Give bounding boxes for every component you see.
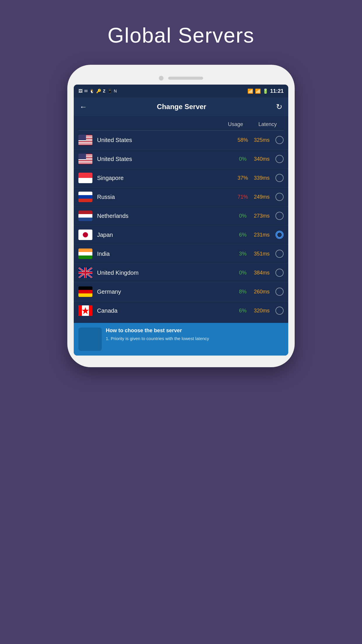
server-radio[interactable] xyxy=(275,250,284,258)
server-usage: 3% xyxy=(234,251,252,257)
server-radio[interactable] xyxy=(275,307,284,315)
info-icon xyxy=(78,328,102,351)
server-radio[interactable] xyxy=(275,136,284,144)
server-row[interactable]: Netherlands 0% 273ms xyxy=(74,206,288,225)
flag-nl xyxy=(78,211,92,221)
server-list-container: Usage Latency United States 58% 325ms Un… xyxy=(74,116,288,323)
status-icon-5: Z xyxy=(103,89,106,93)
flag-gb xyxy=(78,267,92,278)
server-row[interactable]: United States 58% 325ms xyxy=(74,131,288,150)
info-description: 1. Priority is given to countries with t… xyxy=(106,335,284,342)
server-name: Japan xyxy=(97,232,234,238)
status-icon-1: 🖼 xyxy=(78,89,82,93)
phone-speaker xyxy=(168,77,203,80)
latency-column-header: Latency xyxy=(257,121,278,127)
server-usage: 0% xyxy=(234,156,252,162)
battery-icon: 🔋 xyxy=(263,88,268,94)
server-radio[interactable] xyxy=(275,288,284,296)
server-latency: 260ms xyxy=(252,289,272,295)
status-icon-4: 🔑 xyxy=(96,89,101,93)
server-list-header: Usage Latency xyxy=(78,119,284,131)
server-usage: 8% xyxy=(234,289,252,295)
server-usage: 71% xyxy=(234,194,252,200)
server-row[interactable]: United States 0% 340ms xyxy=(74,150,288,169)
server-radio-selected[interactable] xyxy=(275,231,284,239)
server-latency: 249ms xyxy=(252,194,272,200)
flag-ru xyxy=(78,192,92,202)
svg-rect-10 xyxy=(78,305,82,316)
server-name: India xyxy=(97,251,234,257)
server-row[interactable]: Germany 8% 260ms xyxy=(74,282,288,301)
info-text: How to choose the best server 1. Priorit… xyxy=(106,328,284,342)
server-latency: 340ms xyxy=(252,156,272,162)
status-icon-3: 🐧 xyxy=(89,89,94,93)
server-radio[interactable] xyxy=(275,193,284,201)
flag-de xyxy=(78,286,92,297)
server-row[interactable]: Canada 6% 320ms xyxy=(74,301,288,320)
back-button[interactable]: ← xyxy=(80,102,87,111)
server-usage: 6% xyxy=(234,308,252,314)
refresh-button[interactable]: ↻ xyxy=(276,102,282,111)
usage-column-header: Usage xyxy=(225,121,246,127)
server-usage: 6% xyxy=(234,232,252,238)
signal-icon: 📶 xyxy=(255,88,261,94)
phone-screen: 🖼 ✉ 🐧 🔑 Z 📱 N 📶 📶 🔋 11:21 ← Change Serve… xyxy=(74,85,288,356)
server-usage: 0% xyxy=(234,213,252,219)
server-latency: 339ms xyxy=(252,175,272,181)
flag-sg xyxy=(78,173,92,183)
server-name: Singapore xyxy=(97,175,234,181)
svg-rect-8 xyxy=(78,272,92,274)
server-name: Germany xyxy=(97,288,234,295)
server-row[interactable]: India 3% 351ms xyxy=(74,244,288,263)
server-row[interactable]: United Kingdom 0% 384ms xyxy=(74,263,288,282)
server-radio[interactable] xyxy=(275,155,284,163)
flag-ca xyxy=(78,305,92,316)
server-name: United Kingdom xyxy=(97,270,234,276)
server-latency: 273ms xyxy=(252,213,272,219)
server-latency: 384ms xyxy=(252,270,272,276)
server-name: Netherlands xyxy=(97,213,234,219)
status-icon-2: ✉ xyxy=(84,89,88,93)
flag-us-1 xyxy=(78,135,92,145)
server-name: United States xyxy=(97,137,234,144)
flag-us-2 xyxy=(78,154,92,164)
flag-jp xyxy=(78,230,92,240)
server-radio[interactable] xyxy=(275,269,284,277)
server-usage: 58% xyxy=(234,137,252,143)
status-icon-6: 📱 xyxy=(107,89,112,93)
status-bar: 🖼 ✉ 🐧 🔑 Z 📱 N 📶 📶 🔋 11:21 xyxy=(74,85,288,97)
server-radio[interactable] xyxy=(275,174,284,182)
phone-top-bar xyxy=(74,73,288,85)
info-section: How to choose the best server 1. Priorit… xyxy=(74,323,288,356)
server-name: United States xyxy=(97,156,234,162)
server-latency: 231ms xyxy=(252,232,272,238)
phone-frame: 🖼 ✉ 🐧 🔑 Z 📱 N 📶 📶 🔋 11:21 ← Change Serve… xyxy=(67,65,295,367)
server-usage: 0% xyxy=(234,270,252,276)
server-row[interactable]: Singapore 37% 339ms xyxy=(74,169,288,188)
page-title: Global Servers xyxy=(108,23,254,47)
flag-in xyxy=(78,249,92,259)
phone-camera xyxy=(159,76,164,80)
server-row[interactable]: Japan 6% 231ms xyxy=(74,225,288,244)
status-right: 📶 📶 🔋 11:21 xyxy=(247,88,284,94)
server-name: Russia xyxy=(97,194,234,200)
status-icon-7: N xyxy=(114,89,117,93)
svg-rect-11 xyxy=(89,305,92,316)
header-title: Change Server xyxy=(157,103,206,111)
app-header: ← Change Server ↻ xyxy=(74,97,288,116)
info-title: How to choose the best server xyxy=(106,328,284,334)
server-usage: 37% xyxy=(234,175,252,181)
status-time: 11:21 xyxy=(270,88,284,94)
server-latency: 320ms xyxy=(252,308,272,314)
status-bar-icons: 🖼 ✉ 🐧 🔑 Z 📱 N xyxy=(78,89,117,93)
server-latency: 351ms xyxy=(252,251,272,257)
server-radio[interactable] xyxy=(275,212,284,220)
server-row[interactable]: Russia 71% 249ms xyxy=(74,188,288,206)
server-latency: 325ms xyxy=(252,137,272,143)
server-name: Canada xyxy=(97,307,234,314)
wifi-icon: 📶 xyxy=(247,88,253,94)
